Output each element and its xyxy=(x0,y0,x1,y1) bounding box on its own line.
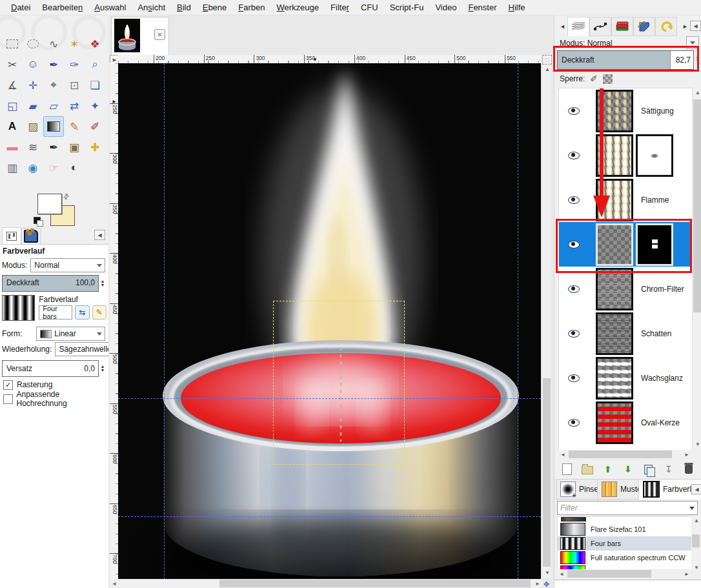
foreground-select-tool[interactable]: ☺ xyxy=(23,54,43,75)
tool-presets-dialog-tab[interactable] xyxy=(633,17,655,36)
default-colors-icon[interactable] xyxy=(34,217,41,224)
layer-thumbnail[interactable] xyxy=(596,90,633,132)
gradient-item-four-bars[interactable]: Four bars xyxy=(558,536,692,551)
layer-thumbnail[interactable] xyxy=(596,134,633,177)
layer-row-schatten[interactable]: Schatten xyxy=(559,311,692,356)
duplicate-layer-button[interactable] xyxy=(640,462,656,476)
layer-thumbnail[interactable] xyxy=(596,179,633,221)
layer-row-flamme[interactable]: Flamme xyxy=(559,177,692,222)
free-select-tool[interactable]: ∿ xyxy=(43,34,64,54)
scrollbar-thumb[interactable] xyxy=(693,99,701,312)
layer-row-ovalkerze[interactable]: Oval-Kerze xyxy=(559,400,692,445)
menu-filter[interactable]: Filter xyxy=(325,1,355,14)
checkbox-icon[interactable]: ✓ xyxy=(3,380,13,390)
layer-mask-thumbnail[interactable] xyxy=(636,134,673,177)
layer-row[interactable] xyxy=(559,133,692,177)
handle-transform-tool[interactable]: ✦ xyxy=(85,96,105,116)
raise-layer-button[interactable]: ⬆ xyxy=(600,462,616,476)
layer-thumbnail[interactable] xyxy=(596,223,633,266)
visibility-eye-icon[interactable] xyxy=(568,196,580,204)
perspective-clone-tool[interactable]: ▥ xyxy=(2,157,23,178)
menu-farben[interactable]: Farben xyxy=(232,1,270,14)
visibility-eye-icon[interactable] xyxy=(568,330,580,338)
perspective-tool[interactable]: ▱ xyxy=(43,96,64,116)
horizontal-ruler[interactable]: ▼ 200250300350400450500550 xyxy=(118,55,541,64)
scrollbar-thumb[interactable] xyxy=(543,378,551,567)
undo-history-dialog-tab[interactable] xyxy=(655,17,677,36)
device-status-tab[interactable] xyxy=(21,228,41,244)
swap-colors-icon[interactable]: ⇄ xyxy=(61,192,72,202)
fuzzy-select-tool[interactable]: ✶ xyxy=(64,34,85,54)
checkbox-icon[interactable] xyxy=(3,394,13,404)
scrollbar-thumb[interactable] xyxy=(692,534,700,547)
gradient-list-horizontal-scrollbar[interactable]: ◄ ► xyxy=(557,569,691,578)
align-tool[interactable]: ⌖ xyxy=(43,75,64,96)
offset-spinbox[interactable]: Versatz 0,0 xyxy=(2,360,99,377)
guide-vertical-right[interactable] xyxy=(518,63,518,579)
collapse-dock-icon[interactable]: ◀ xyxy=(94,230,105,240)
lock-alpha-icon[interactable] xyxy=(603,74,613,84)
scroll-down-icon[interactable]: ▼ xyxy=(695,441,700,447)
filter-input[interactable]: Filter xyxy=(557,501,698,515)
pencil-tool[interactable]: ✎ xyxy=(64,116,85,137)
delete-layer-button[interactable] xyxy=(681,462,696,476)
close-image-icon[interactable]: ✕ xyxy=(154,29,165,40)
layer-row-wachsglanz[interactable]: Wachsglanz xyxy=(559,356,692,400)
flip-tool[interactable]: ⇄ xyxy=(64,96,85,116)
menu-bearbeiten[interactable]: Bearbeiten xyxy=(36,1,88,14)
layer-name[interactable]: Schatten xyxy=(641,329,671,338)
canvas-vertical-scrollbar[interactable]: ▲ ▼ xyxy=(542,65,551,578)
guide-vertical-left[interactable] xyxy=(164,63,165,579)
visibility-eye-icon[interactable] xyxy=(568,241,580,248)
layer-mask-thumbnail[interactable] xyxy=(636,223,673,266)
zoom-tool[interactable]: ⌕ xyxy=(85,54,105,75)
tool-options-tab[interactable] xyxy=(2,227,21,245)
blur-sharpen-tool[interactable]: ◉ xyxy=(23,157,43,178)
visibility-eye-icon[interactable] xyxy=(568,374,580,382)
lock-pixels-icon[interactable]: ✐ xyxy=(590,74,598,84)
measure-tool[interactable]: ∡ xyxy=(2,75,23,96)
scroll-right-icon[interactable]: ► xyxy=(535,581,540,587)
layer-thumbnail[interactable] xyxy=(596,312,633,355)
clone-tool[interactable]: ▣ xyxy=(64,137,85,157)
crop-tool[interactable]: ⊡ xyxy=(64,75,85,96)
layer-name[interactable]: Chrom-Filter xyxy=(641,285,684,294)
gradient-item-full-saturation-spectrum-ccw[interactable]: Full saturation spectrum CCW xyxy=(558,551,692,565)
scroll-right-icon[interactable]: ► xyxy=(684,452,689,458)
scale-tool[interactable]: ◱ xyxy=(2,96,23,116)
move-tool[interactable]: ✛ xyxy=(23,75,43,96)
visibility-eye-icon[interactable] xyxy=(568,152,580,159)
gradient-list-vertical-scrollbar[interactable]: ▲ ▼ xyxy=(691,516,700,572)
scroll-left-icon[interactable]: ◄ xyxy=(560,452,565,458)
layer-name[interactable]: Sättigung xyxy=(641,106,674,116)
layer-row[interactable] xyxy=(559,222,692,267)
menu-datei[interactable]: Datei xyxy=(5,1,36,14)
scroll-left-icon[interactable]: ◄ xyxy=(112,581,117,587)
scroll-down-icon[interactable]: ▼ xyxy=(545,570,550,576)
layer-mode-select[interactable] xyxy=(686,36,699,49)
layer-thumbnail[interactable] xyxy=(596,268,633,310)
visibility-eye-icon[interactable] xyxy=(568,285,580,293)
layers-dialog-tab[interactable] xyxy=(567,17,589,36)
menu-video[interactable]: Video xyxy=(429,1,462,14)
layer-row-chromfilter[interactable]: Chrom-Filter xyxy=(559,267,692,311)
new-group-button[interactable] xyxy=(580,462,595,476)
scrollbar-thumb[interactable] xyxy=(219,580,531,587)
collapse-dock-icon[interactable]: ◀ xyxy=(690,21,701,31)
text-tool[interactable]: A xyxy=(2,116,23,137)
partial-gradient-item[interactable] xyxy=(561,517,586,522)
vertical-ruler[interactable]: ► 200250300350400450500550600650700 xyxy=(110,63,119,579)
scrollbar-thumb[interactable] xyxy=(567,570,651,578)
dock-tabs-left-icon[interactable]: ◄ xyxy=(560,23,565,30)
select-by-color-tool[interactable]: ❖ xyxy=(85,34,105,54)
form-select[interactable]: Linear xyxy=(36,327,105,341)
layer-thumbnail[interactable] xyxy=(596,357,633,400)
menu-ebene[interactable]: Ebene xyxy=(197,1,233,14)
dock-tabs-right-icon[interactable]: ► xyxy=(682,23,688,30)
layer-name[interactable]: Oval-Kerze xyxy=(641,418,680,427)
heal-tool[interactable]: ✚ xyxy=(85,137,105,157)
layer-thumbnail[interactable] xyxy=(596,401,633,444)
canvas[interactable] xyxy=(118,63,541,579)
menu-scriptfu[interactable]: Script-Fu xyxy=(384,1,430,14)
layer-opacity-slider[interactable]: Deckkraft 82,7 xyxy=(557,50,694,70)
